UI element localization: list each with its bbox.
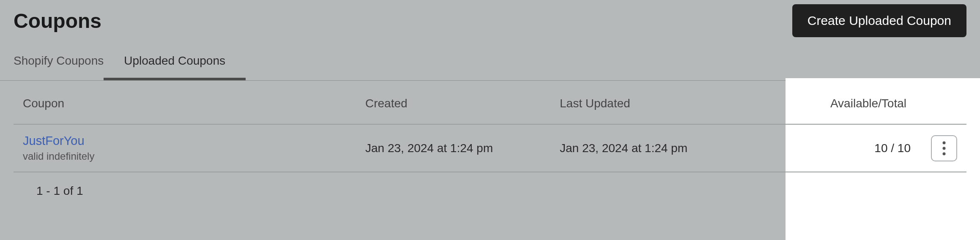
tab-uploaded-coupons[interactable]: Uploaded Coupons [124,54,225,80]
column-header-updated: Last Updated [560,97,813,110]
create-uploaded-coupon-button[interactable]: Create Uploaded Coupon [792,4,966,37]
column-header-coupon: Coupon [23,97,365,110]
svg-point-1 [943,147,946,150]
tab-shopify-coupons[interactable]: Shopify Coupons [14,54,104,80]
coupon-name-link[interactable]: JustForYou [23,134,365,148]
more-actions-button[interactable] [931,135,957,161]
tabs: Shopify Coupons Uploaded Coupons [0,37,980,81]
table-header: Coupon Created Last Updated Available/To… [14,81,966,125]
table-row: JustForYou valid indefinitely Jan 23, 20… [14,125,966,172]
more-vertical-icon [942,141,946,155]
column-header-created: Created [365,97,560,110]
coupon-available-total: 10 / 10 [874,142,911,155]
coupon-updated: Jan 23, 2024 at 1:24 pm [560,142,813,155]
coupon-validity: valid indefinitely [23,150,365,162]
coupon-created: Jan 23, 2024 at 1:24 pm [365,142,560,155]
svg-point-0 [943,141,946,144]
pagination-text: 1 - 1 of 1 [14,172,966,210]
column-header-available: Available/Total [813,97,957,110]
svg-point-2 [943,152,946,155]
page-title: Coupons [14,9,101,33]
